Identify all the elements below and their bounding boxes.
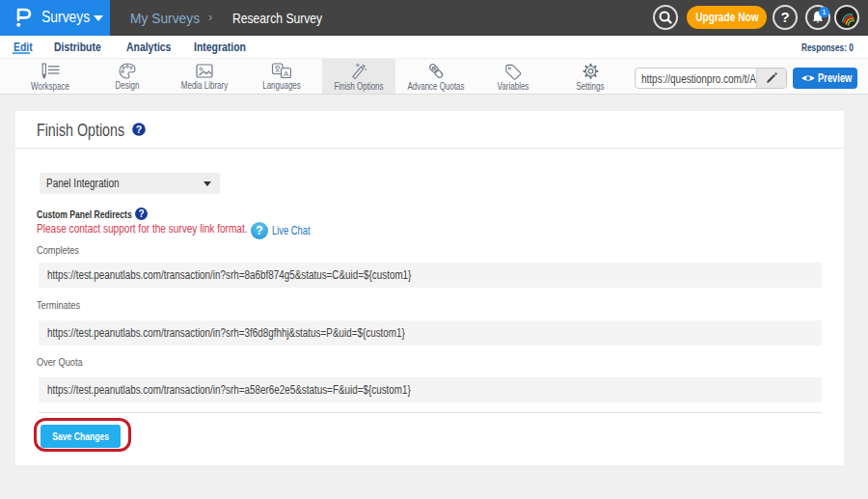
svg-text:?: ? [136, 124, 142, 135]
svg-text:A: A [284, 69, 289, 78]
